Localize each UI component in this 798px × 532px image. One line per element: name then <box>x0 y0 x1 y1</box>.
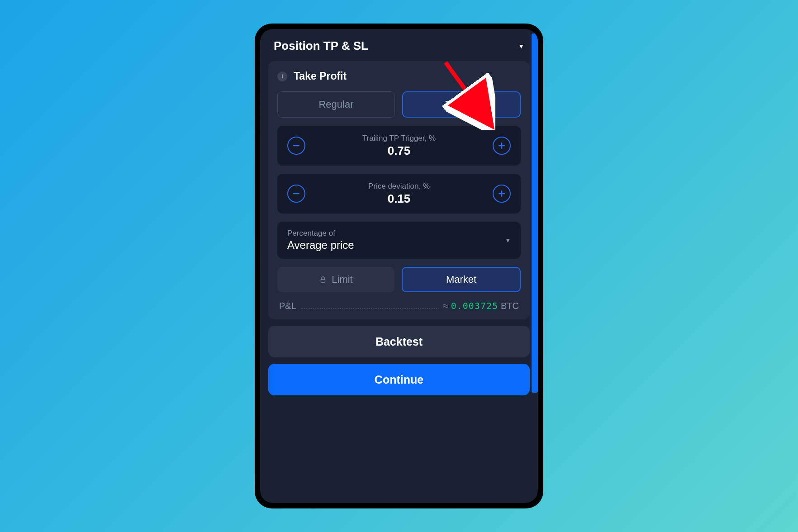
pnl-label: P&L <box>279 301 296 311</box>
tp-mode-tabs: Regular Trailing <box>277 91 521 118</box>
pnl-row: P&L ≈0.003725BTC <box>277 300 521 311</box>
percentage-of-label: Percentage of <box>287 229 354 238</box>
svg-rect-6 <box>321 279 325 282</box>
backtest-button[interactable]: Backtest <box>268 326 530 357</box>
phone-frame: Position TP & SL ▼ i Take Profit Regular… <box>255 24 543 508</box>
scrollbar[interactable] <box>532 33 538 393</box>
chevron-down-icon: ▼ <box>505 237 511 244</box>
pnl-unit: BTC <box>501 301 519 311</box>
trailing-trigger-stepper: Trailing TP Trigger, % 0.75 <box>277 126 521 166</box>
plus-icon <box>497 189 506 198</box>
continue-button[interactable]: Continue <box>268 364 530 395</box>
tab-regular[interactable]: Regular <box>277 91 395 118</box>
price-deviation-stepper: Price deviation, % 0.15 <box>277 174 521 214</box>
order-limit-label: Limit <box>332 274 352 285</box>
trigger-value[interactable]: 0.75 <box>362 144 436 158</box>
take-profit-title: Take Profit <box>294 70 347 82</box>
minus-icon <box>292 141 301 150</box>
deviation-value[interactable]: 0.15 <box>368 192 430 206</box>
percentage-of-value: Average price <box>287 239 354 252</box>
order-market-label: Market <box>446 274 476 285</box>
trigger-label: Trailing TP Trigger, % <box>362 134 436 143</box>
percentage-of-dropdown[interactable]: Percentage of Average price ▼ <box>277 222 521 259</box>
deviation-label: Price deviation, % <box>368 182 430 191</box>
order-limit-button[interactable]: Limit <box>277 267 394 292</box>
minus-button[interactable] <box>287 137 305 155</box>
minus-button[interactable] <box>287 185 305 203</box>
pnl-value: ≈0.003725BTC <box>443 300 519 311</box>
plus-icon <box>497 141 506 150</box>
section-title: Position TP & SL <box>274 39 368 53</box>
app-screen: Position TP & SL ▼ i Take Profit Regular… <box>260 29 538 503</box>
pnl-approx: ≈ <box>443 301 448 311</box>
minus-icon <box>292 189 301 198</box>
tab-trailing[interactable]: Trailing <box>402 91 521 118</box>
order-market-button[interactable]: Market <box>402 267 521 292</box>
take-profit-card: i Take Profit Regular Trailing Trailing … <box>268 61 530 319</box>
info-icon[interactable]: i <box>277 71 287 81</box>
pnl-amount: 0.003725 <box>451 300 498 311</box>
pnl-divider <box>301 308 439 309</box>
order-type-tabs: Limit Market <box>277 267 521 292</box>
plus-button[interactable] <box>493 137 511 155</box>
section-header[interactable]: Position TP & SL ▼ <box>260 29 538 61</box>
chevron-down-icon: ▼ <box>518 43 524 50</box>
lock-icon <box>319 276 327 284</box>
plus-button[interactable] <box>493 185 511 203</box>
